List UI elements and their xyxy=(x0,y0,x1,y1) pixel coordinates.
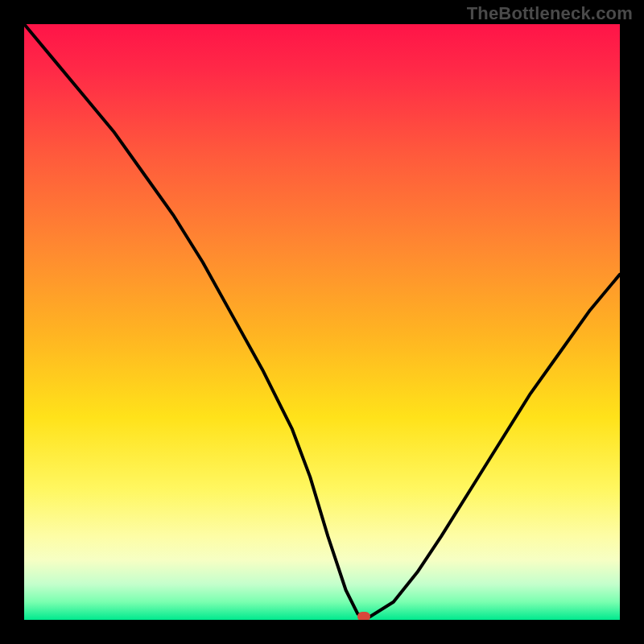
optimal-point-marker xyxy=(357,612,370,620)
plot-area xyxy=(24,24,620,620)
watermark-text: TheBottleneck.com xyxy=(467,3,633,24)
chart-frame: TheBottleneck.com xyxy=(0,0,644,644)
bottleneck-curve xyxy=(24,24,620,620)
